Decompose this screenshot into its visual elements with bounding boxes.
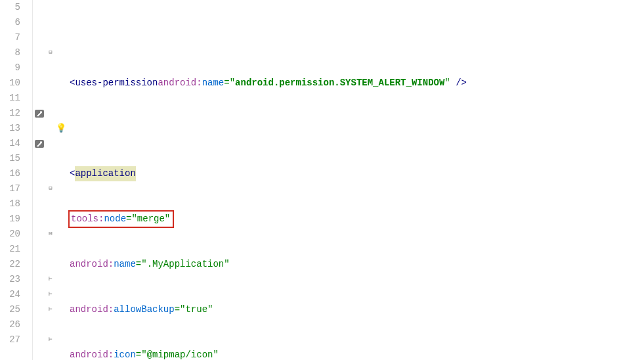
- line-number: 26: [0, 317, 20, 332]
- line-number: 16: [0, 166, 20, 181]
- line-number: 27: [0, 332, 20, 348]
- line-number: 21: [0, 242, 20, 257]
- fold-end: ⊢: [46, 332, 55, 348]
- line-number: 17: [0, 181, 20, 196]
- line-number: 7: [0, 30, 20, 45]
- image-icon[interactable]: [35, 110, 44, 118]
- line-number: 9: [0, 60, 20, 76]
- code-area[interactable]: <uses-permission android:name="android.p…: [67, 0, 644, 360]
- line-number: 18: [0, 196, 20, 212]
- code-line[interactable]: android:icon="@mipmap/icon": [70, 348, 644, 360]
- fold-toggle[interactable]: ⊟: [46, 45, 55, 60]
- line-number: 13: [0, 121, 20, 136]
- line-number: 24: [0, 287, 20, 302]
- lightbulb-icon[interactable]: 💡: [56, 121, 66, 136]
- code-line[interactable]: android:name=".MyApplication": [70, 257, 644, 272]
- code-line[interactable]: [70, 121, 644, 136]
- line-number: 25: [0, 302, 20, 317]
- code-line[interactable]: <uses-permission android:name="android.p…: [70, 76, 644, 91]
- line-number: 14: [0, 136, 20, 151]
- line-number: 11: [0, 91, 20, 106]
- line-number: 5: [0, 0, 20, 15]
- highlighted-attribute-box: tools:node="merge": [68, 210, 174, 228]
- line-number: 22: [0, 257, 20, 272]
- fold-toggle[interactable]: ⊟: [46, 227, 55, 242]
- code-line[interactable]: tools:node="merge": [70, 212, 644, 227]
- image-icon[interactable]: [35, 140, 44, 148]
- code-line[interactable]: <application: [70, 166, 644, 181]
- fold-end: ⊢: [46, 272, 55, 287]
- line-number: 20: [0, 227, 20, 242]
- line-number-gutter: 5 6 7 8 9 10 11 12 13 14 15 16 17 18 19 …: [0, 0, 33, 360]
- code-line[interactable]: android:allowBackup="true": [70, 302, 644, 317]
- fold-toggle[interactable]: ⊟: [46, 181, 55, 196]
- line-number: 12: [0, 106, 20, 121]
- fold-gutter: ⊟ ⊟ ⊟ ⊢ ⊢ ⊢ ⊢: [46, 0, 55, 360]
- line-number: 8: [0, 45, 20, 60]
- gutter-icons: [33, 0, 46, 360]
- code-line[interactable]: [70, 30, 644, 45]
- line-number: 19: [0, 212, 20, 227]
- line-number: 6: [0, 15, 20, 30]
- line-number: 15: [0, 151, 20, 166]
- code-editor[interactable]: 5 6 7 8 9 10 11 12 13 14 15 16 17 18 19 …: [0, 0, 644, 360]
- fold-end: ⊢: [46, 287, 55, 302]
- line-number: 10: [0, 76, 20, 91]
- inspection-gutter: 💡: [55, 0, 67, 360]
- fold-end: ⊢: [46, 302, 55, 317]
- line-number: 23: [0, 272, 20, 287]
